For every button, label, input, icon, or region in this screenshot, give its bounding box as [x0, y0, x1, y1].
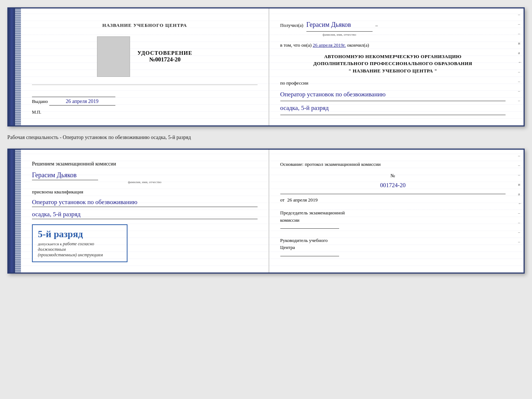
date-from: от 26 апреля 2019 — [280, 194, 506, 204]
stamp-allowed: допускается к работе согласно должностны… — [38, 241, 122, 252]
date-line: в том, что он(а) 26 апреля 2019г. окончи… — [280, 41, 506, 49]
side-strip-left-1 — [15, 8, 21, 125]
profession-label: по профессии — [280, 79, 506, 87]
qualification-line1: Оператор установок по обезвоживанию — [32, 199, 258, 207]
doc-spine-1 — [8, 8, 15, 125]
profession-name: Оператор установок по обезвоживанию — [280, 89, 506, 101]
page-wrapper: НАЗВАНИЕ УЧЕБНОГО ЦЕНТРА УДОСТОВЕРЕНИЕ №… — [7, 7, 525, 274]
mp-label: М.П. — [32, 110, 41, 115]
side-strip-left-2 — [15, 150, 21, 272]
chairman-block: Председатель экзаменационной комиссии — [280, 209, 506, 231]
protocol-number: 001724-20 — [280, 180, 506, 191]
caption-text: Рабочая специальность - Оператор установ… — [7, 133, 525, 142]
basis-title: Основание: протокол экзаменационной коми… — [280, 160, 506, 168]
document-card-1: НАЗВАНИЕ УЧЕБНОГО ЦЕНТРА УДОСТОВЕРЕНИЕ №… — [7, 7, 525, 127]
decision-title: Решением экзаменационной комиссии — [32, 160, 258, 168]
cert-issued: Выдано 26 апреля 2019 — [32, 97, 115, 106]
person-name: Герасим Дьяков — [32, 171, 98, 180]
stamp-rank: 5-й разряд — [38, 229, 122, 240]
document-card-2: Решением экзаменационной комиссии Гераси… — [7, 149, 525, 274]
school-name-top: НАЗВАНИЕ УЧЕБНОГО ЦЕНТРА — [102, 22, 187, 28]
doc1-left-page: НАЗВАНИЕ УЧЕБНОГО ЦЕНТРА УДОСТОВЕРЕНИЕ №… — [21, 8, 269, 125]
recipient-name: Герасим Дьяков — [306, 19, 373, 32]
qualification-line2: осадка, 5-й разряд — [32, 211, 258, 219]
recipient-line: Получил(а) Герасим Дьяков фамилия, имя, … — [280, 19, 506, 38]
dash-marks-2: – – – и а ← – – – – — [517, 150, 524, 272]
doc1-right-page: Получил(а) Герасим Дьяков фамилия, имя, … — [269, 8, 517, 125]
cert-number: №001724-20 — [137, 56, 193, 63]
doc2-left-page: Решением экзаменационной комиссии Гераси… — [21, 150, 269, 272]
completion-date: 26 апреля 2019г. — [313, 42, 346, 48]
leader-signature-line — [280, 256, 339, 256]
cert-title: УДОСТОВЕРЕНИЕ — [137, 50, 193, 56]
doc-spine-2 — [8, 150, 15, 272]
rank-text-1: осадка, 5-й разряд — [280, 103, 506, 115]
stamp-instructions: (производственным) инструкциям — [38, 252, 122, 258]
chairman-signature-line — [280, 228, 339, 229]
stamp-box: 5-й разряд допускается к работе согласно… — [32, 224, 127, 262]
leader-block: Руководитель учебного Центра — [280, 237, 506, 259]
cert-photo — [97, 36, 130, 77]
assigned-label: присвоена квалификация — [32, 189, 258, 195]
doc2-right-page: Основание: протокол экзаменационной коми… — [269, 150, 517, 272]
dash-marks-1: – – – и а ← – – – – — [517, 8, 524, 125]
org-block: АВТОНОМНУЮ НЕКОММЕРЧЕСКУЮ ОРГАНИЗАЦИЮ ДО… — [280, 53, 506, 75]
person-name-block: Герасим Дьяков фамилия, имя, отчество — [32, 171, 258, 184]
cert-issued-date: 26 апреля 2019 — [49, 99, 115, 106]
